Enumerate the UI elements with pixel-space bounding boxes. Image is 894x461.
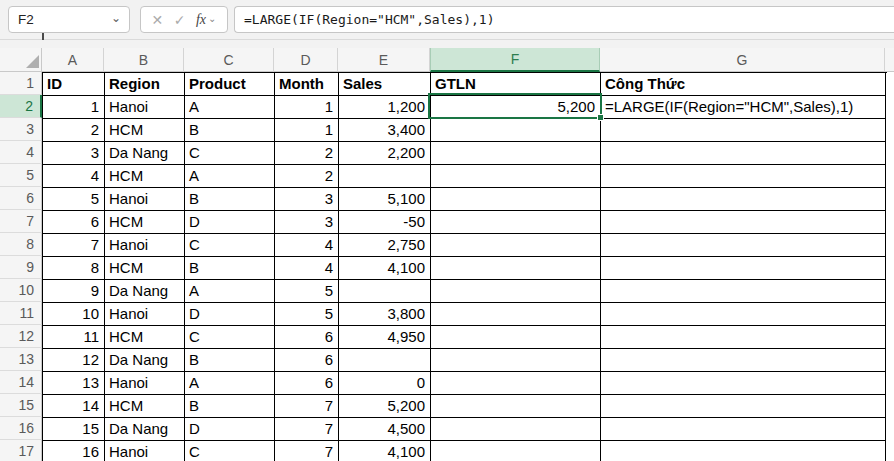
- cell-D13[interactable]: 6: [275, 349, 339, 372]
- cell-C16[interactable]: D: [185, 418, 275, 441]
- cell-E12[interactable]: 4,950: [339, 326, 431, 349]
- cell-C3[interactable]: B: [185, 119, 275, 142]
- column-header-A[interactable]: A: [42, 48, 104, 72]
- cell-A1[interactable]: ID: [43, 73, 105, 96]
- cell-E13[interactable]: [339, 349, 431, 372]
- cell-E5[interactable]: [339, 165, 431, 188]
- cell-A8[interactable]: 7: [43, 234, 105, 257]
- row-header-10[interactable]: 10: [0, 279, 42, 302]
- column-header-D[interactable]: D: [274, 48, 338, 72]
- cell-F7[interactable]: [431, 211, 601, 234]
- cell-A9[interactable]: 8: [43, 257, 105, 280]
- cell-E6[interactable]: 5,100: [339, 188, 431, 211]
- cell-G6[interactable]: [601, 188, 886, 211]
- cell-C13[interactable]: B: [185, 349, 275, 372]
- cell-D17[interactable]: 7: [275, 441, 339, 461]
- cell-F16[interactable]: [431, 418, 601, 441]
- cell-B5[interactable]: HCM: [105, 165, 185, 188]
- cell-D12[interactable]: 6: [275, 326, 339, 349]
- cell-F12[interactable]: [431, 326, 601, 349]
- cell-D15[interactable]: 7: [275, 395, 339, 418]
- cell-G16[interactable]: [601, 418, 886, 441]
- cell-G9[interactable]: [601, 257, 886, 280]
- cell-F17[interactable]: [431, 441, 601, 461]
- cell-C2[interactable]: A: [185, 96, 275, 119]
- row-header-2[interactable]: 2: [0, 95, 42, 118]
- cell-A3[interactable]: 2: [43, 119, 105, 142]
- cell-C8[interactable]: C: [185, 234, 275, 257]
- cell-D16[interactable]: 7: [275, 418, 339, 441]
- cell-F14[interactable]: [431, 372, 601, 395]
- select-all-button[interactable]: [0, 48, 42, 72]
- cell-D1[interactable]: Month: [275, 73, 339, 96]
- insert-function-button[interactable]: fx ⌄: [196, 12, 217, 28]
- cell-A4[interactable]: 3: [43, 142, 105, 165]
- cell-B8[interactable]: Hanoi: [105, 234, 185, 257]
- cell-B15[interactable]: HCM: [105, 395, 185, 418]
- cell-F2[interactable]: 5,200: [431, 96, 601, 119]
- cell-D10[interactable]: 5: [275, 280, 339, 303]
- cell-F6[interactable]: [431, 188, 601, 211]
- cell-F15[interactable]: [431, 395, 601, 418]
- cell-G11[interactable]: [601, 303, 886, 326]
- cell-C17[interactable]: C: [185, 441, 275, 461]
- cell-A14[interactable]: 13: [43, 372, 105, 395]
- cancel-icon[interactable]: ✕: [152, 13, 164, 27]
- cell-C1[interactable]: Product: [185, 73, 275, 96]
- cell-D5[interactable]: 2: [275, 165, 339, 188]
- cell-D6[interactable]: 3: [275, 188, 339, 211]
- cell-G1[interactable]: Công Thức: [601, 73, 886, 96]
- column-header-B[interactable]: B: [104, 48, 184, 72]
- cell-D7[interactable]: 3: [275, 211, 339, 234]
- row-header-15[interactable]: 15: [0, 394, 42, 417]
- enter-icon[interactable]: ✓: [174, 13, 186, 27]
- cell-G12[interactable]: [601, 326, 886, 349]
- cell-C7[interactable]: D: [185, 211, 275, 234]
- cell-F1[interactable]: GTLN: [431, 73, 601, 96]
- cell-A15[interactable]: 14: [43, 395, 105, 418]
- cell-B2[interactable]: Hanoi: [105, 96, 185, 119]
- cell-G2[interactable]: =LARGE(IF(Region="HCM",Sales),1): [601, 96, 886, 119]
- row-header-12[interactable]: 12: [0, 325, 42, 348]
- cell-E2[interactable]: 1,200: [339, 96, 431, 119]
- cell-G17[interactable]: [601, 441, 886, 461]
- cell-F8[interactable]: [431, 234, 601, 257]
- cell-G4[interactable]: [601, 142, 886, 165]
- name-box[interactable]: F2 ⌄: [8, 6, 130, 33]
- cell-A5[interactable]: 4: [43, 165, 105, 188]
- cell-C6[interactable]: B: [185, 188, 275, 211]
- cell-D2[interactable]: 1: [275, 96, 339, 119]
- chevron-down-icon[interactable]: ⌄: [111, 12, 129, 28]
- column-header-C[interactable]: C: [184, 48, 274, 72]
- cell-E7[interactable]: -50: [339, 211, 431, 234]
- cell-B13[interactable]: Da Nang: [105, 349, 185, 372]
- cell-D4[interactable]: 2: [275, 142, 339, 165]
- cell-F11[interactable]: [431, 303, 601, 326]
- row-header-11[interactable]: 11: [0, 302, 42, 325]
- cell-C9[interactable]: B: [185, 257, 275, 280]
- cell-B4[interactable]: Da Nang: [105, 142, 185, 165]
- column-header-E[interactable]: E: [338, 48, 430, 72]
- cell-B6[interactable]: Hanoi: [105, 188, 185, 211]
- cell-G8[interactable]: [601, 234, 886, 257]
- column-header-F[interactable]: F: [430, 48, 600, 72]
- row-header-5[interactable]: 5: [0, 164, 42, 187]
- cell-C15[interactable]: B: [185, 395, 275, 418]
- cell-F5[interactable]: [431, 165, 601, 188]
- cell-F9[interactable]: [431, 257, 601, 280]
- cell-E17[interactable]: 4,100: [339, 441, 431, 461]
- cell-F13[interactable]: [431, 349, 601, 372]
- cell-C14[interactable]: A: [185, 372, 275, 395]
- cell-E9[interactable]: 4,100: [339, 257, 431, 280]
- row-header-7[interactable]: 7: [0, 210, 42, 233]
- row-header-1[interactable]: 1: [0, 72, 42, 95]
- cell-B11[interactable]: Hanoi: [105, 303, 185, 326]
- cell-B1[interactable]: Region: [105, 73, 185, 96]
- cell-B16[interactable]: Da Nang: [105, 418, 185, 441]
- cell-G15[interactable]: [601, 395, 886, 418]
- cell-G3[interactable]: [601, 119, 886, 142]
- row-header-4[interactable]: 4: [0, 141, 42, 164]
- cell-B14[interactable]: Hanoi: [105, 372, 185, 395]
- cell-C5[interactable]: A: [185, 165, 275, 188]
- cell-G14[interactable]: [601, 372, 886, 395]
